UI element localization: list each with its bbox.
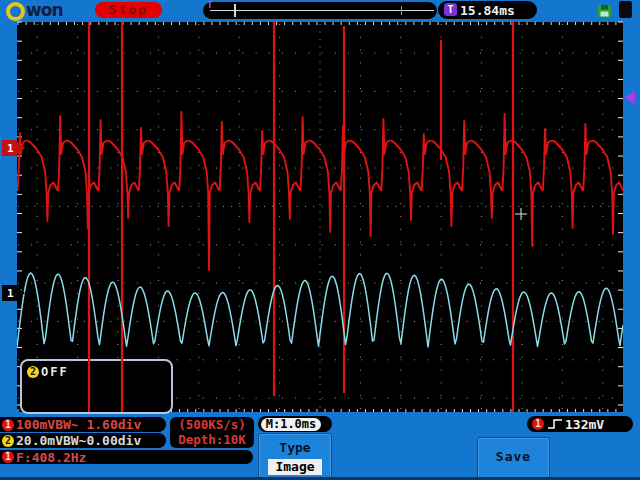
trigger-t-mark: T <box>207 0 212 10</box>
waveform-display <box>17 22 623 412</box>
sample-rate-text: (500KS/s) <box>170 417 254 432</box>
acquisition-box: (500KS/s) Depth:10K <box>170 417 254 448</box>
trigger-level-badge: 1 132mV <box>527 416 633 432</box>
trigger-t-icon: T <box>444 3 457 16</box>
depth-text: Depth:10K <box>170 432 254 447</box>
trigger-time-badge: T 15.84ms <box>438 1 537 19</box>
oscilloscope-screen: won Stop T T 15.84ms 2 OFF 1 <box>0 0 640 480</box>
ch2-settings-text: 20.0mVBW~0.00div <box>16 433 141 448</box>
rising-edge-icon <box>548 418 563 430</box>
timebase-value: M:1.0ms <box>261 418 321 431</box>
timeline-tick <box>401 6 402 15</box>
frequency-bar: 1 F:408.2Hz <box>0 450 253 464</box>
trigger-ch1-badge-icon: 1 <box>532 418 544 430</box>
trigger-level-value: 132mV <box>565 417 604 432</box>
frequency-text: F:408.2Hz <box>16 450 86 465</box>
trigger-time-value: 15.84ms <box>460 3 515 18</box>
svg-text:1: 1 <box>7 287 14 300</box>
type-menu-button[interactable]: Type Image <box>258 433 332 479</box>
owon-logo: won <box>6 1 63 21</box>
type-menu-value: Image <box>268 459 322 475</box>
ch1-badge-icon: 1 <box>2 419 14 431</box>
save-button[interactable]: Save <box>477 437 550 479</box>
freq-ch1-badge-icon: 1 <box>2 451 14 463</box>
ch1-settings-text: 100mVBW~ 1.60div <box>16 417 141 432</box>
memory-timeline-bar: T <box>203 2 437 19</box>
trigger-level-marker[interactable] <box>624 91 635 104</box>
owon-ring-icon <box>6 2 25 21</box>
timeline-cursor[interactable] <box>234 4 236 17</box>
ch2-off-label: OFF <box>41 365 69 379</box>
ch2-settings-bar: 2 20.0mVBW~0.00div <box>0 433 166 448</box>
type-menu-title: Type <box>259 440 331 455</box>
channel2-badge-icon: 2 <box>27 366 39 378</box>
ch2-off-popup: 2 OFF <box>20 359 173 414</box>
owon-logo-text: won <box>26 0 63 20</box>
stop-button[interactable]: Stop <box>95 2 162 18</box>
svg-text:1: 1 <box>7 142 14 155</box>
timebase-badge: M:1.0ms <box>258 416 332 432</box>
ch1-settings-bar: 1 100mVBW~ 1.60div <box>0 417 166 432</box>
usb-disk-icon <box>597 3 613 22</box>
ch2-badge-icon: 2 <box>2 435 14 447</box>
battery-icon <box>619 1 632 18</box>
